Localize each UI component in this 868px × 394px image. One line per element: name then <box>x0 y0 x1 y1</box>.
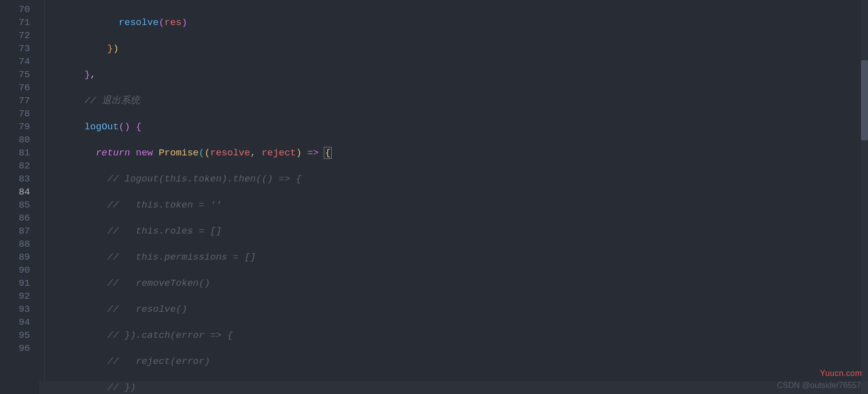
line-number: 89 <box>0 251 30 264</box>
code-line[interactable]: // 退出系统 <box>39 94 868 107</box>
line-number: 94 <box>0 316 30 329</box>
code-line[interactable]: // logout(this.token).then(() => { <box>39 172 868 185</box>
cursor: { <box>324 147 331 159</box>
vertical-scrollbar[interactable] <box>861 0 868 394</box>
line-number: 91 <box>0 277 30 290</box>
code-line[interactable]: // resolve() <box>39 303 868 316</box>
line-number: 95 <box>0 329 30 342</box>
line-number: 82 <box>0 159 30 172</box>
line-number: 78 <box>0 107 30 120</box>
line-number: 79 <box>0 120 30 133</box>
line-number: 76 <box>0 81 30 94</box>
code-line[interactable]: return new Promise((resolve, reject) => … <box>39 146 868 159</box>
code-line[interactable]: resolve(res) <box>39 16 868 29</box>
code-line[interactable]: logOut() { <box>39 120 868 133</box>
code-line[interactable]: // reject(error) <box>39 355 868 368</box>
line-number-gutter: 70 71 72 73 74 75 76 77 78 79 80 81 82 8… <box>0 0 39 394</box>
line-number: 80 <box>0 133 30 146</box>
code-line[interactable]: // }).catch(error => { <box>39 329 868 342</box>
line-number: 85 <box>0 199 30 212</box>
line-number: 96 <box>0 342 30 355</box>
code-area[interactable]: resolve(res) }) }, // 退出系统 logOut() { re… <box>39 0 868 394</box>
line-number: 70 <box>0 3 30 16</box>
line-number: 92 <box>0 290 30 303</box>
line-number: 73 <box>0 42 30 55</box>
line-number: 88 <box>0 238 30 251</box>
line-number: 77 <box>0 94 30 107</box>
code-line[interactable]: // }) <box>39 381 868 394</box>
line-number: 84 <box>0 185 30 199</box>
watermark-site: Yuucn.com <box>820 367 862 380</box>
code-line[interactable]: // removeToken() <box>39 277 868 290</box>
line-number: 90 <box>0 264 30 277</box>
line-number: 74 <box>0 55 30 68</box>
line-number: 83 <box>0 172 30 185</box>
code-line[interactable]: // this.roles = [] <box>39 225 868 238</box>
code-line[interactable]: }, <box>39 68 868 81</box>
line-number: 72 <box>0 29 30 42</box>
line-number: 81 <box>0 146 30 159</box>
code-line[interactable]: // this.permissions = [] <box>39 251 868 264</box>
scrollbar-thumb[interactable] <box>861 60 868 140</box>
line-number: 86 <box>0 212 30 225</box>
line-number: 71 <box>0 16 30 29</box>
line-number: 75 <box>0 68 30 81</box>
code-line[interactable]: }) <box>39 42 868 55</box>
line-number: 87 <box>0 225 30 238</box>
code-line[interactable]: // this.token = '' <box>39 199 868 212</box>
code-editor: 70 71 72 73 74 75 76 77 78 79 80 81 82 8… <box>0 0 868 394</box>
watermark-csdn: CSDN @outsider76557 <box>777 379 861 392</box>
line-number: 93 <box>0 303 30 316</box>
